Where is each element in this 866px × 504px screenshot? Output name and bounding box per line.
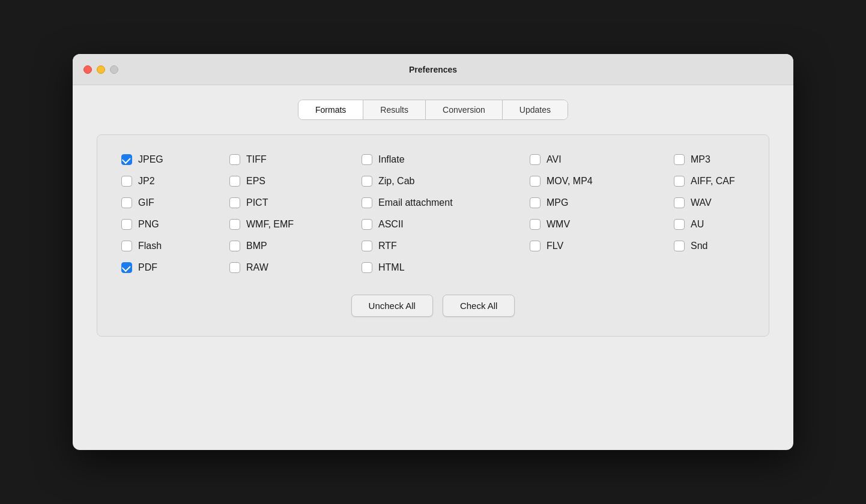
checkbox-aiff--caf[interactable]: [674, 176, 685, 187]
format-item: Inflate: [362, 154, 530, 165]
zoom-button[interactable]: [110, 65, 118, 74]
format-label: RAW: [246, 262, 268, 273]
checkbox-wav[interactable]: [674, 197, 685, 208]
tab-updates[interactable]: Updates: [503, 100, 568, 119]
checkbox-jp2[interactable]: [121, 176, 132, 187]
button-row: Uncheck All Check All: [121, 295, 745, 317]
format-item: JPEG: [121, 154, 229, 165]
checkbox-mov--mp4[interactable]: [530, 176, 540, 187]
checkbox-au[interactable]: [674, 219, 685, 230]
format-item: Email attachment: [362, 197, 530, 208]
format-label: Flash: [138, 241, 162, 251]
format-label: Email attachment: [378, 197, 453, 208]
format-label: AIFF, CAF: [691, 176, 735, 187]
format-item: MP3: [674, 154, 793, 165]
format-item: PNG: [121, 219, 229, 230]
format-label: PICT: [246, 197, 268, 208]
format-item: FLV: [530, 241, 674, 251]
checkbox-flv[interactable]: [530, 241, 540, 251]
format-item: WAV: [674, 197, 793, 208]
format-item: MPG: [530, 197, 674, 208]
close-button[interactable]: [83, 65, 92, 74]
preferences-window: Preferences Formats Results Conversion U…: [73, 54, 793, 450]
format-label: Zip, Cab: [378, 176, 414, 187]
format-label: PDF: [138, 262, 157, 273]
format-item: BMP: [229, 241, 362, 251]
format-label: TIFF: [246, 154, 267, 165]
checkbox-html[interactable]: [362, 262, 372, 273]
format-item: HTML: [362, 262, 530, 273]
format-label: MOV, MP4: [547, 176, 593, 187]
format-label: MP3: [691, 154, 710, 165]
checkbox-inflate[interactable]: [362, 154, 372, 165]
tab-bar: Formats Results Conversion Updates: [298, 100, 568, 120]
checkbox-gif[interactable]: [121, 197, 132, 208]
format-label: MPG: [547, 197, 568, 208]
checkbox-wmv[interactable]: [530, 219, 540, 230]
format-label: AU: [691, 219, 704, 230]
checkbox-snd[interactable]: [674, 241, 685, 251]
checkbox-raw[interactable]: [229, 262, 240, 273]
check-all-button[interactable]: Check All: [443, 295, 515, 317]
format-label: RTF: [378, 241, 397, 251]
format-item: WMV: [530, 219, 674, 230]
checkbox-jpeg[interactable]: [121, 154, 132, 165]
format-item: ASCII: [362, 219, 530, 230]
format-label: JP2: [138, 176, 155, 187]
window-content: Formats Results Conversion Updates JPEGT…: [73, 85, 793, 361]
format-label: GIF: [138, 197, 154, 208]
checkbox-zip--cab[interactable]: [362, 176, 372, 187]
format-label: BMP: [246, 241, 267, 251]
tab-conversion[interactable]: Conversion: [426, 100, 503, 119]
format-label: ASCII: [378, 219, 404, 230]
format-item: RAW: [229, 262, 362, 273]
format-item: WMF, EMF: [229, 219, 362, 230]
format-label: FLV: [547, 241, 563, 251]
checkbox-avi[interactable]: [530, 154, 540, 165]
format-item: PICT: [229, 197, 362, 208]
format-item: AVI: [530, 154, 674, 165]
checkbox-email-attachment[interactable]: [362, 197, 372, 208]
format-label: JPEG: [138, 154, 163, 165]
format-label: HTML: [378, 262, 405, 273]
traffic-lights: [83, 65, 118, 74]
uncheck-all-button[interactable]: Uncheck All: [351, 295, 433, 317]
checkbox-eps[interactable]: [229, 176, 240, 187]
format-label: Inflate: [378, 154, 405, 165]
tab-results[interactable]: Results: [363, 100, 426, 119]
window-title: Preferences: [409, 65, 457, 74]
checkbox-bmp[interactable]: [229, 241, 240, 251]
checkbox-tiff[interactable]: [229, 154, 240, 165]
checkbox-png[interactable]: [121, 219, 132, 230]
format-label: AVI: [547, 154, 562, 165]
formats-panel: JPEGTIFFInflateAVIMP3JP2EPSZip, CabMOV, …: [97, 134, 769, 337]
format-item: AU: [674, 219, 793, 230]
format-item: EPS: [229, 176, 362, 187]
format-label: WAV: [691, 197, 712, 208]
format-label: WMV: [547, 219, 570, 230]
checkbox-mpg[interactable]: [530, 197, 540, 208]
checkbox-pdf[interactable]: [121, 262, 132, 273]
format-item: JP2: [121, 176, 229, 187]
checkbox-mp3[interactable]: [674, 154, 685, 165]
format-item: MOV, MP4: [530, 176, 674, 187]
tab-formats[interactable]: Formats: [298, 100, 363, 119]
format-label: EPS: [246, 176, 265, 187]
format-item: RTF: [362, 241, 530, 251]
formats-grid: JPEGTIFFInflateAVIMP3JP2EPSZip, CabMOV, …: [121, 154, 745, 273]
format-label: WMF, EMF: [246, 219, 294, 230]
checkbox-ascii[interactable]: [362, 219, 372, 230]
checkbox-wmf--emf[interactable]: [229, 219, 240, 230]
format-item: GIF: [121, 197, 229, 208]
format-label: PNG: [138, 219, 159, 230]
format-item: AIFF, CAF: [674, 176, 793, 187]
checkbox-flash[interactable]: [121, 241, 132, 251]
title-bar: Preferences: [73, 54, 793, 85]
minimize-button[interactable]: [97, 65, 105, 74]
format-item: PDF: [121, 262, 229, 273]
format-item: Snd: [674, 241, 793, 251]
format-item: Flash: [121, 241, 229, 251]
format-item: TIFF: [229, 154, 362, 165]
checkbox-rtf[interactable]: [362, 241, 372, 251]
checkbox-pict[interactable]: [229, 197, 240, 208]
